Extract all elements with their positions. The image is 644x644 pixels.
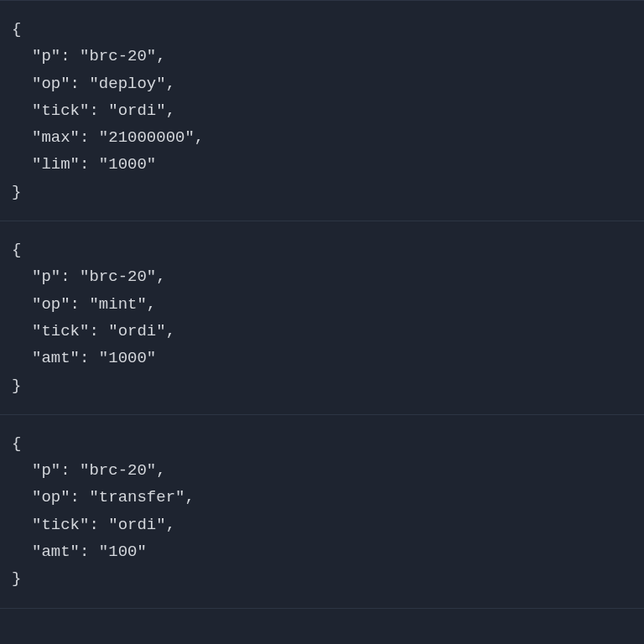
colon: : [70,488,90,506]
json-key: "op" [32,295,70,314]
comma: , [156,47,165,65]
json-value: "100" [99,543,147,561]
comma: , [166,516,175,534]
json-value: "transfer" [89,488,184,506]
json-value: "deploy" [89,75,165,93]
json-value: "1000" [99,155,156,174]
colon: : [80,543,99,561]
json-key: "op" [32,488,70,506]
colon: : [89,322,108,340]
colon: : [80,349,99,367]
code-line: "op": "transfer", [12,484,632,511]
code-block: {"p": "brc-20","op": "transfer","tick": … [0,415,644,609]
code-line: "amt": "1000" [12,345,632,371]
code-line: "p": "brc-20", [12,263,632,290]
json-key: "op" [32,75,70,93]
json-key: "p" [32,267,60,286]
code-line: "p": "brc-20", [12,457,632,484]
code-line: "op": "deploy", [12,70,632,97]
comma: , [156,267,165,286]
code-block: {"p": "brc-20","op": "deploy","tick": "o… [0,0,644,221]
json-key: "tick" [32,101,89,120]
json-value: "ordi" [108,516,165,534]
json-key: "p" [32,47,60,65]
json-key: "p" [32,461,60,480]
json-key: "tick" [32,322,89,340]
code-line: "op": "mint", [12,291,632,318]
code-line: "max": "21000000", [12,124,632,151]
colon: : [80,128,99,147]
comma: , [195,128,204,147]
json-value: "ordi" [108,101,165,120]
code-line: "tick": "ordi", [12,512,632,538]
colon: : [89,516,108,534]
colon: : [60,47,80,65]
brace-open: { [12,430,632,457]
comma: , [166,101,175,120]
brace-open: { [12,16,632,43]
comma: , [184,488,194,506]
json-key: "tick" [32,516,89,534]
colon: : [80,155,99,174]
comma: , [166,75,175,93]
code-container: {"p": "brc-20","op": "deploy","tick": "o… [0,0,644,609]
json-value: "ordi" [108,322,165,340]
json-value: "1000" [99,349,156,367]
brace-close: } [12,179,632,205]
brace-open: { [12,236,632,263]
colon: : [70,295,90,314]
json-key: "lim" [32,155,80,174]
code-block: {"p": "brc-20","op": "mint","tick": "ord… [0,221,644,415]
brace-close: } [12,565,632,592]
brace-close: } [12,372,632,399]
json-value: "brc-20" [80,267,156,286]
json-key: "max" [32,128,80,147]
json-value: "brc-20" [80,47,156,65]
code-line: "p": "brc-20", [12,43,632,70]
json-value: "21000000" [99,128,195,147]
code-line: "lim": "1000" [12,151,632,178]
comma: , [147,295,156,314]
colon: : [70,75,90,93]
colon: : [60,267,80,286]
json-key: "amt" [32,543,80,561]
json-value: "mint" [89,295,146,314]
json-value: "brc-20" [80,461,156,480]
comma: , [156,461,165,480]
code-line: "amt": "100" [12,538,632,565]
json-key: "amt" [32,349,80,367]
code-line: "tick": "ordi", [12,97,632,124]
code-line: "tick": "ordi", [12,318,632,345]
colon: : [89,101,108,120]
colon: : [60,461,80,480]
comma: , [166,322,175,340]
